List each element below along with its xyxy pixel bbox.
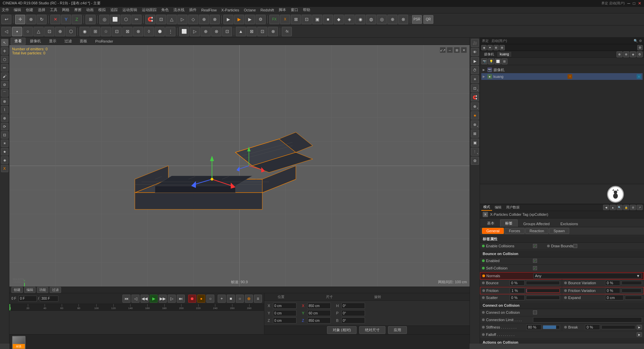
autokey-btn[interactable]: ● [197, 295, 205, 303]
vp-ctrl-1[interactable]: ↙↗ [440, 47, 446, 53]
vpr-more-icon[interactable]: ⋮ [471, 148, 479, 156]
x-pos-input[interactable] [273, 303, 297, 309]
nav-search-btn[interactable]: 🔍 [616, 205, 623, 210]
vpr-particle-icon[interactable]: ★ [471, 111, 479, 119]
left-icon-joint[interactable]: ⊕ [1, 114, 8, 122]
vp-ctrl-3[interactable]: ⊞ [454, 47, 460, 53]
nav-up-btn[interactable]: ▲ [610, 205, 616, 210]
tb2-13[interactable]: ⊗ [133, 27, 143, 36]
sub-tab-reaction[interactable]: Reaction [525, 228, 548, 234]
extra1[interactable]: ⊠ [291, 15, 301, 24]
bv-slider[interactable] [622, 281, 642, 285]
vp-tab-display[interactable]: 显示 [45, 38, 60, 45]
tb2-17[interactable]: ⬜ [179, 27, 189, 36]
menu-motionclip[interactable]: 运动剪辑 [122, 7, 137, 12]
or-界定[interactable]: 界定 [482, 39, 489, 43]
window-controls[interactable]: 界定 启动(用户) ─ □ ✕ [601, 1, 641, 6]
tag-tab-basic[interactable]: 基本 [482, 219, 499, 227]
psr-badge[interactable]: PSR [412, 15, 422, 24]
scatter-input[interactable] [509, 295, 525, 300]
menu-pipeline[interactable]: 流水线 [173, 7, 184, 12]
rotate-tool-btn[interactable]: ↻ [37, 15, 47, 24]
menu-animate[interactable]: 动画 [86, 7, 94, 12]
tb2-14[interactable]: ◊ [144, 27, 154, 36]
menu-track[interactable]: 追踪 [110, 7, 118, 12]
goto-start-btn[interactable]: ⏮ [122, 295, 130, 303]
st-icon-2[interactable]: ⊗ [623, 51, 629, 57]
so-icon-1[interactable]: 📷 [481, 58, 487, 64]
menu-window[interactable]: 窗口 [291, 7, 298, 12]
menu-file[interactable]: 文件 [2, 7, 9, 12]
object-relative-btn[interactable]: 对象 (相对) [327, 326, 357, 334]
normals-dropdown[interactable]: Any ▼ [533, 273, 642, 279]
record-btn[interactable]: ⏺ [188, 295, 196, 303]
cl-input[interactable] [533, 317, 642, 322]
goto-end-btn[interactable]: ⏭ [177, 295, 185, 303]
or-启动[interactable]: 启动(用户) [491, 39, 507, 43]
tl-tab-filter[interactable]: 过滤 [50, 287, 61, 293]
menu-sim[interactable]: 模拟 [98, 7, 106, 12]
menu-tools[interactable]: 工具 [50, 7, 57, 12]
tb2-2[interactable]: ● [12, 27, 22, 36]
extra9[interactable]: ◎ [377, 15, 387, 24]
left-icon-knife[interactable]: ⊘ [1, 81, 8, 88]
extra8[interactable]: ◍ [366, 15, 376, 24]
sub-tab-general[interactable]: General [482, 228, 504, 234]
tl-tab-function[interactable]: 功能 [37, 287, 48, 293]
vp-tab-prorender[interactable]: ProRender [92, 38, 117, 44]
menu-mesh[interactable]: 网格 [62, 7, 69, 12]
extra10[interactable]: ⊕ [387, 15, 397, 24]
kuang-tag-xp[interactable]: X [637, 74, 641, 79]
tool6-btn[interactable]: ◇ [188, 15, 198, 24]
y-pos-input[interactable] [273, 310, 297, 316]
scene-icon-5[interactable]: ⚙ [637, 45, 643, 50]
move-tool-btn[interactable]: ✛ [15, 15, 25, 24]
next-frame-btn[interactable]: ▷ [168, 295, 176, 303]
db-check[interactable] [573, 244, 577, 248]
maximize-btn[interactable]: □ [633, 1, 635, 6]
more-btn[interactable]: ≡ [254, 295, 262, 303]
tb2-8[interactable]: ◉ [79, 27, 90, 36]
left-icon-fx2[interactable]: ★ [1, 148, 8, 155]
so-icon-4[interactable]: ⊞ [501, 58, 507, 64]
tool5-btn[interactable]: ▷ [177, 15, 187, 24]
left-icon-deform[interactable]: ⊗ [1, 98, 8, 105]
tb2-10[interactable]: ☆ [101, 27, 111, 36]
qr-badge[interactable]: QR [423, 15, 433, 24]
vp-ctrl-2[interactable]: ↔ [447, 47, 453, 53]
tb2-15[interactable]: ⬢ [155, 27, 165, 36]
vp-controls[interactable]: ↙↗ ↔ ⊞ ✕ [440, 47, 467, 53]
expand-slider[interactable] [625, 296, 642, 300]
play-btn[interactable]: ▶ [150, 295, 158, 303]
rect-select-btn[interactable]: ⬜ [110, 15, 120, 24]
end-frame-input[interactable] [40, 296, 58, 302]
vp-ctrl-4[interactable]: ✕ [461, 47, 467, 53]
live-select-btn[interactable]: ◎ [99, 15, 109, 24]
scale-tool-btn[interactable]: ⊕ [26, 15, 36, 24]
obj-kuang[interactable]: ▶ ■ kuang T X [481, 73, 643, 80]
extra5[interactable]: ◆ [334, 15, 344, 24]
break-slider[interactable] [601, 325, 635, 329]
vpr-camera-icon[interactable]: 🎥 [471, 39, 479, 47]
left-icon-poly[interactable]: ⬡ [1, 56, 8, 63]
left-icon-camera2[interactable]: ⊡ [1, 131, 8, 139]
tb2-1[interactable]: ◁ [1, 27, 11, 36]
render-btn[interactable]: ▶ [223, 15, 233, 24]
frame-input[interactable] [18, 296, 37, 302]
extra6[interactable]: ◈ [344, 15, 355, 24]
st-icon-1[interactable]: ⊕ [616, 51, 623, 57]
scatter-slider[interactable] [526, 296, 560, 300]
prev-frame-btn[interactable]: ◁ [131, 295, 140, 303]
tool3-btn[interactable]: ⊡ [156, 15, 166, 24]
menu-script[interactable]: 脚本 [279, 7, 286, 12]
vpr-joint-icon[interactable]: ⊗ [471, 120, 479, 129]
select-y-btn[interactable]: Y [61, 15, 71, 24]
viewport-3d[interactable]: Number of emitters: 0 Total live particl… [9, 45, 470, 287]
so-icon-3[interactable]: ⬜ [495, 58, 501, 64]
minimize-btn[interactable]: ─ [627, 1, 630, 6]
menu-help[interactable]: 帮助 [303, 7, 310, 12]
absolute-size-btn[interactable]: 绝对尺寸 [359, 326, 385, 334]
menu-xparticles[interactable]: X-Particles [221, 8, 239, 12]
or-gear-icon[interactable]: ⚙ [639, 39, 642, 43]
vpr-view-icon[interactable]: 👁 [471, 48, 479, 56]
